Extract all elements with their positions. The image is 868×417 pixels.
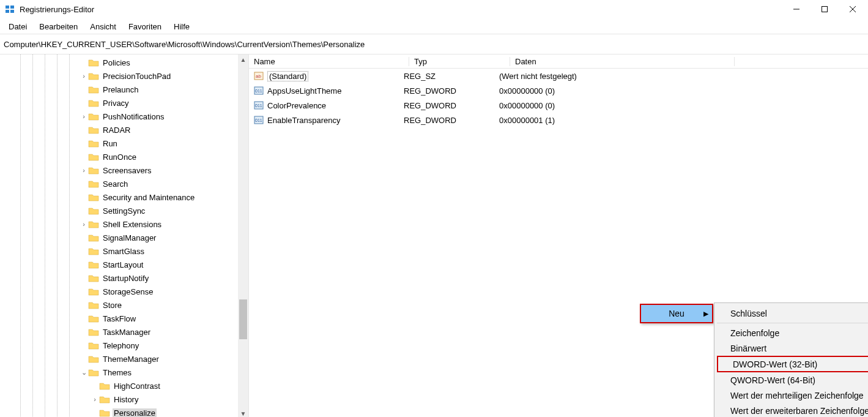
tree-node-label: RunOnce [102, 152, 138, 162]
close-button[interactable] [839, 0, 867, 18]
scroll-down-icon[interactable]: ▼ [238, 408, 248, 417]
tree-node-precisiontouchpad[interactable]: ›PrecisionTouchPad [80, 69, 248, 83]
minimize-button[interactable] [782, 0, 811, 18]
menu-item-schl-ssel[interactable]: Schlüssel [716, 306, 868, 321]
value-row[interactable]: 011ColorPrevalenceREG_DWORD0x00000000 (0… [249, 98, 868, 113]
address-bar[interactable]: Computer\HKEY_CURRENT_USER\Software\Micr… [0, 34, 868, 54]
tree-node-store[interactable]: Store [80, 298, 248, 312]
menu-bearbeiten[interactable]: Bearbeiten [34, 21, 83, 32]
tree-list[interactable]: Policies›PrecisionTouchPadPrelaunchPriva… [80, 54, 248, 417]
tree-node-label: Screensavers [102, 166, 152, 175]
folder-icon [88, 72, 99, 80]
tree-node-shell-extensions[interactable]: ›Shell Extensions [80, 217, 248, 231]
value-data: (Wert nicht festgelegt) [494, 72, 577, 81]
collapse-icon[interactable]: ⌄ [80, 369, 88, 377]
value-name: ColorPrevalence [267, 101, 326, 110]
tree-node-personalize[interactable]: Personalize [80, 406, 248, 417]
folder-icon [88, 260, 99, 269]
value-row[interactable]: ab(Standard)REG_SZ(Wert nicht festgelegt… [249, 69, 868, 83]
tree-node-highcontrast[interactable]: HighContrast [80, 379, 248, 393]
menu-item-zeichenfolge[interactable]: Zeichenfolge [716, 325, 868, 340]
tree-node-startupnotify[interactable]: StartupNotify [80, 271, 248, 285]
tree-node-policies[interactable]: Policies [80, 56, 248, 69]
menu-datei[interactable]: Datei [4, 21, 32, 32]
tree-node-screensavers[interactable]: ›Screensavers [80, 163, 248, 177]
folder-icon [88, 287, 99, 296]
workspace: Policies›PrecisionTouchPadPrelaunchPriva… [0, 54, 868, 417]
tree-node-label: Personalize [113, 408, 157, 418]
menu-item-wert-der-mehrteiligen-zeichenfolge[interactable]: Wert der mehrteiligen Zeichenfolge [716, 388, 868, 403]
tree-node-taskflow[interactable]: TaskFlow [80, 312, 248, 325]
column-data[interactable]: Daten [510, 57, 735, 66]
maximize-button[interactable] [811, 0, 839, 18]
tree-node-search[interactable]: Search [80, 177, 248, 190]
tree-gutter [0, 54, 80, 417]
tree-node-storagesense[interactable]: StorageSense [80, 285, 248, 298]
value-data: 0x00000000 (0) [494, 101, 555, 110]
context-menu-new[interactable]: Neu ▶ [640, 304, 713, 323]
menu-item-wert-der-erweiterbaren-zeichenfolge[interactable]: Wert der erweiterbaren Zeichenfolge [716, 403, 868, 417]
svg-rect-1 [10, 6, 14, 9]
list-header: Name Typ Daten [249, 54, 868, 69]
tree-node-themes[interactable]: ⌄Themes [80, 366, 248, 379]
value-row[interactable]: 011AppsUseLightThemeREG_DWORD0x00000000 … [249, 83, 868, 98]
folder-icon [88, 233, 99, 242]
menu-ansicht[interactable]: Ansicht [85, 21, 121, 32]
list-body[interactable]: ab(Standard)REG_SZ(Wert nicht festgelegt… [249, 69, 868, 127]
svg-rect-0 [6, 6, 9, 9]
expand-icon[interactable]: › [80, 220, 88, 228]
tree-node-signalmanager[interactable]: SignalManager [80, 231, 248, 244]
svg-rect-5 [822, 7, 828, 12]
menu-hilfe[interactable]: Hilfe [169, 21, 195, 32]
value-name: (Standard) [267, 71, 308, 81]
tree-node-prelaunch[interactable]: Prelaunch [80, 83, 248, 96]
tree-node-thememanager[interactable]: ThemeManager [80, 352, 248, 366]
menu-favoriten[interactable]: Favoriten [124, 21, 166, 32]
tree-node-privacy[interactable]: Privacy [80, 96, 248, 110]
tree-node-taskmanager[interactable]: TaskManager [80, 325, 248, 339]
folder-icon [99, 381, 110, 390]
tree-node-security-and-maintenance[interactable]: Security and Maintenance [80, 190, 248, 204]
reg-dword-icon: 011 [254, 115, 264, 125]
folder-icon [88, 85, 99, 94]
expand-icon[interactable]: › [91, 396, 99, 403]
tree-node-label: PrecisionTouchPad [102, 72, 172, 81]
regedit-icon [5, 4, 15, 14]
reg-dword-icon: 011 [254, 100, 264, 110]
expand-icon[interactable]: › [80, 113, 88, 120]
value-row[interactable]: 011EnableTransparencyREG_DWORD0x00000001… [249, 113, 868, 127]
value-type: REG_DWORD [399, 86, 494, 96]
scroll-thumb[interactable] [239, 299, 247, 339]
svg-rect-3 [10, 10, 14, 13]
tree-node-telephony[interactable]: Telephony [80, 339, 248, 352]
menu-separator [717, 323, 868, 323]
folder-icon [88, 328, 99, 336]
tree-node-startlayout[interactable]: StartLayout [80, 258, 248, 271]
menubar: DateiBearbeitenAnsichtFavoritenHilfe [0, 19, 868, 34]
folder-icon [88, 220, 99, 228]
tree-node-radar[interactable]: RADAR [80, 123, 248, 137]
expand-icon[interactable]: › [80, 72, 88, 80]
tree-node-label: Shell Extensions [102, 220, 163, 229]
tree-node-pushnotifications[interactable]: ›PushNotifications [80, 110, 248, 123]
menu-item-bin-rwert[interactable]: Binärwert [716, 340, 868, 356]
column-type[interactable]: Typ [409, 57, 510, 66]
tree-node-history[interactable]: ›History [80, 393, 248, 406]
svg-text:011: 011 [255, 89, 262, 93]
values-pane: Name Typ Daten ab(Standard)REG_SZ(Wert n… [249, 54, 868, 417]
menu-item-dword-wert-32-bit-[interactable]: DWORD-Wert (32-Bit) [717, 356, 868, 372]
column-name[interactable]: Name [249, 57, 409, 66]
tree-node-label: Prelaunch [102, 85, 140, 94]
tree-node-run[interactable]: Run [80, 137, 248, 150]
submenu-arrow-icon: ▶ [703, 310, 708, 318]
tree-node-runonce[interactable]: RunOnce [80, 150, 248, 163]
menu-item-qword-wert-64-bit-[interactable]: QWORD-Wert (64-Bit) [716, 372, 868, 388]
tree-node-label: Telephony [102, 341, 140, 350]
tree-node-label: HighContrast [113, 381, 161, 391]
expand-icon[interactable]: › [80, 167, 88, 174]
tree-scrollbar[interactable]: ▲ ▼ [238, 54, 248, 417]
tree-node-settingsync[interactable]: SettingSync [80, 204, 248, 217]
scroll-up-icon[interactable]: ▲ [238, 54, 248, 65]
folder-icon [99, 395, 110, 404]
tree-node-smartglass[interactable]: SmartGlass [80, 244, 248, 258]
